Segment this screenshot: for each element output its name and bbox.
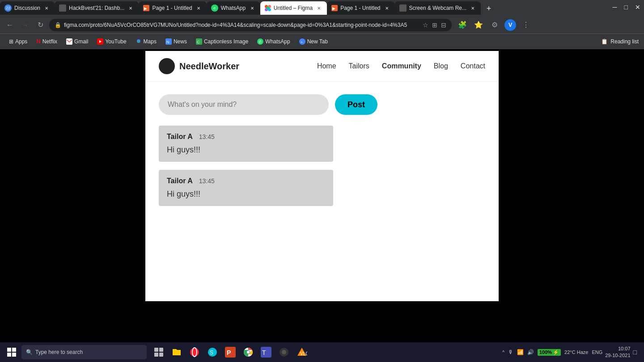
start-button[interactable]	[4, 344, 20, 360]
nav-link-home[interactable]: Home	[317, 62, 336, 70]
bookmark-netflix[interactable]: N Netflix	[33, 36, 61, 47]
post-input[interactable]	[159, 94, 329, 115]
address-bar[interactable]: 🔒 figma.com/proto/6NuA5VcOrCO85trVG7MUNo…	[49, 19, 452, 31]
address-bar-icons: ☆ ⊞ ⊟	[423, 21, 446, 29]
youtube-icon	[97, 38, 103, 45]
nav-link-blog[interactable]: Blog	[434, 62, 448, 70]
tab-close-figma[interactable]: ✕	[315, 4, 322, 12]
extensions-button[interactable]: 🧩	[456, 19, 469, 31]
bookmark-maps-label: Maps	[144, 38, 157, 45]
svg-rect-26	[12, 353, 16, 357]
minimize-button[interactable]: ─	[613, 4, 617, 11]
tab-close-whatsapp[interactable]: ✕	[249, 4, 256, 12]
tab-page1a[interactable]: ▶ Page 1 - Untitled ✕	[139, 1, 206, 15]
close-button[interactable]: ✕	[635, 4, 640, 11]
svg-text:S: S	[210, 349, 213, 356]
taskbar-search-text: Type here to search	[35, 349, 83, 355]
url-text: figma.com/proto/6NuA5VcOrCO85trVG7MUNo/U…	[64, 22, 420, 28]
chrome-button[interactable]	[240, 344, 257, 361]
captionless-icon: C	[196, 38, 202, 45]
tab-label-hackbvest: HackBvest'21: Dashb...	[69, 5, 124, 11]
maximize-button[interactable]: □	[624, 4, 628, 11]
svg-text:+: +	[301, 40, 303, 44]
svg-text:N: N	[166, 40, 169, 44]
reader-mode-icon[interactable]: ⊞	[432, 21, 437, 29]
post-author-2: Tailor A	[167, 177, 193, 185]
forward-button[interactable]: →	[19, 19, 31, 31]
tab-hackbvest[interactable]: HackBvest'21: Dashb... ✕	[55, 1, 139, 15]
post-bar: Post	[159, 94, 485, 115]
nav-link-tailors[interactable]: Tailors	[349, 62, 369, 70]
app-button-4[interactable]: S	[204, 344, 221, 361]
teams-button[interactable]: T	[258, 344, 275, 361]
post-time-2: 13:45	[199, 177, 215, 185]
tab-close-hackbvest[interactable]: ✕	[127, 4, 134, 12]
back-button[interactable]: ←	[4, 19, 16, 31]
profile-button[interactable]: V	[504, 19, 516, 31]
svg-text:✆: ✆	[258, 40, 262, 44]
tab-figma[interactable]: Untitled – Figma ✕	[260, 1, 327, 15]
bookmark-newtab-label: New Tab	[307, 38, 328, 45]
tab-favicon-page1a: ▶	[143, 5, 149, 11]
opera-button[interactable]	[186, 344, 203, 361]
tab-close-discussion[interactable]: ✕	[43, 4, 50, 12]
nw-nav-links: Home Tailors Community Blog Contact	[317, 62, 485, 70]
newtab-icon: +	[299, 38, 305, 45]
bookmark-captionless[interactable]: C Captionless Image	[192, 36, 252, 47]
tray-microphone-icon: 🎙	[508, 349, 513, 355]
split-screen-icon[interactable]: ⊟	[441, 21, 446, 29]
post-header-1: Tailor A 13:45	[167, 133, 325, 141]
bookmark-news[interactable]: N News	[162, 36, 191, 47]
nw-logo-circle	[159, 58, 175, 74]
bookmark-newtab[interactable]: + New Tab	[296, 36, 331, 47]
tab-close-page1a[interactable]: ✕	[195, 4, 202, 12]
tray-chevron[interactable]: ^	[502, 350, 504, 355]
tab-close-screen[interactable]: ✕	[469, 4, 476, 12]
bookmark-maps[interactable]: Maps	[132, 36, 160, 47]
file-manager-button[interactable]	[168, 344, 185, 361]
tab-discussion[interactable]: 22 Discussion ✕	[0, 1, 55, 15]
refresh-button[interactable]: ↻	[34, 19, 47, 31]
post-body-2: Hi guys!!!	[167, 189, 325, 199]
reading-list-label: Reading list	[610, 38, 639, 45]
menu-button[interactable]: ⋮	[520, 19, 532, 31]
post-button[interactable]: Post	[335, 94, 377, 115]
app-button-8[interactable]	[275, 344, 292, 361]
tab-whatsapp[interactable]: ✆ WhatsApp ✕	[207, 1, 260, 15]
tab-page1b[interactable]: ▶ Page 1 - Untitled ✕	[327, 1, 394, 15]
tab-close-page1b[interactable]: ✕	[383, 4, 390, 12]
notification-icon[interactable]: □	[633, 349, 637, 356]
svg-rect-27	[154, 348, 158, 352]
settings-icon[interactable]: ⚙	[488, 19, 501, 31]
bookmark-gmail[interactable]: Gmail	[63, 36, 92, 47]
tray-weather: 22°C Haze	[564, 349, 588, 355]
tray-network-icon: 📶	[517, 349, 524, 355]
new-tab-button[interactable]: +	[483, 2, 495, 15]
bookmark-star-icon[interactable]: ☆	[423, 21, 428, 29]
tab-label-discussion: Discussion	[14, 5, 40, 11]
nav-link-contact[interactable]: Contact	[461, 62, 485, 70]
tab-favicon-whatsapp: ✆	[211, 4, 218, 12]
reading-list-button[interactable]: 📋 Reading list	[601, 38, 639, 45]
nav-link-community[interactable]: Community	[382, 62, 421, 70]
taskview-button[interactable]	[150, 344, 167, 361]
netflix-icon: N	[36, 38, 40, 45]
tab-label-whatsapp: WhatsApp	[221, 5, 246, 11]
vlc-button[interactable]: VLC	[293, 344, 310, 361]
taskbar-search-bar[interactable]: 🔍 Type here to search	[21, 345, 147, 359]
powerpoint-button[interactable]: P	[222, 344, 239, 361]
tab-screen[interactable]: Screen & Webcam Re... ✕	[395, 1, 481, 15]
bookmark-folder-icon[interactable]: ⭐	[472, 19, 485, 31]
reading-list-icon: 📋	[601, 38, 608, 45]
post-card-2: Tailor A 13:45 Hi guys!!!	[159, 170, 333, 206]
svg-point-43	[282, 350, 286, 354]
bookmark-youtube[interactable]: YouTube	[93, 36, 130, 47]
bookmark-apps[interactable]: ⊞ Apps	[5, 36, 31, 47]
bookmark-whatsapp[interactable]: ✆ WhatsApp	[254, 36, 293, 47]
svg-rect-30	[159, 353, 163, 357]
toolbar-right: 🧩 ⭐ ⚙ V ⋮	[456, 19, 532, 31]
battery-plug-icon: ⚡	[553, 349, 559, 355]
nw-logo[interactable]: NeedleWorker	[159, 58, 239, 74]
community-section: Post Tailor A 13:45 Hi guys!!! Tailor A …	[145, 82, 499, 227]
svg-text:▶: ▶	[332, 6, 335, 11]
